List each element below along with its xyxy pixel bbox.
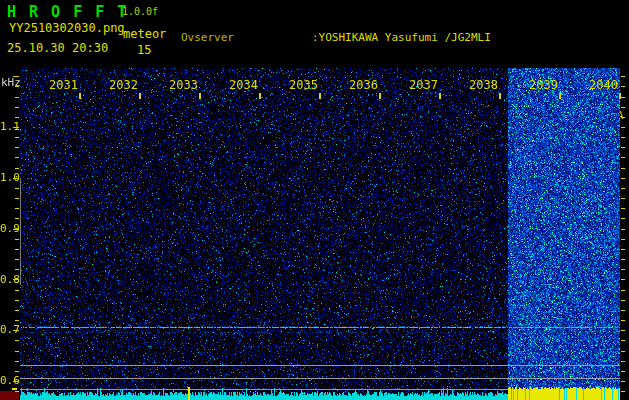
axis-tick [13,127,19,128]
axis-tick [621,208,625,209]
axis-tick [621,127,625,128]
axis-tick [15,290,19,291]
axis-tick [619,93,621,99]
axis-tick [199,93,201,99]
axis-tick [621,86,625,87]
output-filename: YY2510302030.png [9,21,125,35]
axis-tick [621,188,625,189]
axis-tick [621,259,625,260]
axis-tick [499,93,501,99]
axis-tick [621,300,625,301]
axis-tick [15,239,19,240]
axis-tick [559,93,561,99]
axis-tick [15,391,19,392]
freq-axis-label: 0.8 [0,274,14,285]
freq-axis-label: 0.7 [0,324,14,335]
axis-tick [621,371,625,372]
axis-tick [15,351,19,352]
spectrogram-canvas [20,68,620,400]
axis-tick [621,310,625,311]
axis-tick [621,330,625,331]
axis-tick [15,259,19,260]
freq-axis-label: 0.6 [0,375,14,386]
axis-tick [79,93,81,99]
axis-tick [13,330,19,331]
time-axis-label: 2040 [574,79,618,91]
app-title: H R O F F T [7,3,128,21]
axis-tick [13,381,19,382]
level-graph-left-tick [12,388,17,390]
observation-datetime: 25.10.30 20:30 [7,41,108,55]
axis-tick [621,391,625,392]
axis-tick [15,168,19,169]
freq-axis-label: 0.9 [0,223,14,234]
time-axis-label: 2033 [154,79,198,91]
axis-tick [621,290,625,291]
axis-tick [15,198,19,199]
info-row-observer: Ovserver :YOSHIKAWA Yasufumi /JG2MLI [181,31,623,44]
freq-axis-label: 1.1 [0,121,14,132]
axis-tick [259,93,261,99]
time-axis-label: 2039 [514,79,558,91]
mode-label: meteor [123,27,166,41]
echo-count: 15 [137,43,151,57]
axis-tick [379,93,381,99]
axis-tick [15,320,19,321]
time-axis-label: 2038 [454,79,498,91]
axis-tick [15,300,19,301]
info-label: Ovserver [181,31,312,44]
axis-tick [621,137,625,138]
axis-tick [621,218,625,219]
time-axis-label: 2032 [94,79,138,91]
axis-tick [13,279,19,280]
axis-tick [15,117,19,118]
hrofft-window: H R O F F T 1.0.0f YY2510302030.png mete… [0,0,629,400]
axis-tick [439,93,441,99]
axis-tick [15,188,19,189]
app-version: 1.0.0f [122,6,158,17]
axis-tick [621,107,625,108]
axis-tick [15,157,19,158]
axis-tick [621,269,625,270]
time-axis-label: 2035 [274,79,318,91]
time-axis-label: 2034 [214,79,258,91]
axis-tick [15,208,19,209]
axis-tick [621,279,625,280]
axis-tick [15,340,19,341]
axis-tick [15,147,19,148]
axis-tick [15,107,19,108]
axis-tick [621,249,625,250]
axis-tick [621,76,625,77]
axis-tick [13,178,19,179]
axis-tick [621,117,625,118]
axis-tick [15,310,19,311]
axis-tick [139,93,141,99]
axis-tick [621,147,625,148]
time-axis-label: 2037 [394,79,438,91]
axis-tick [621,320,625,321]
axis-tick [621,381,625,382]
info-value: :YOSHIKAWA Yasufumi /JG2MLI [312,31,491,44]
time-axis-label: 2036 [334,79,378,91]
freq-axis-label: 1.0 [0,172,14,183]
axis-tick [621,351,625,352]
axis-tick [15,371,19,372]
axis-tick [15,269,19,270]
axis-tick [15,218,19,219]
axis-tick [15,361,19,362]
axis-tick [319,93,321,99]
axis-tick [621,198,625,199]
axis-tick [621,168,625,169]
axis-tick [621,361,625,362]
axis-tick [15,86,19,87]
level-graph-baseline-block [0,391,19,400]
axis-tick [621,340,625,341]
axis-tick [13,76,19,77]
axis-tick [621,157,625,158]
axis-tick [621,178,625,179]
axis-tick [13,229,19,230]
freq-axis-unit-label: kHz [1,76,21,89]
axis-tick [621,239,625,240]
axis-tick [15,249,19,250]
axis-tick [621,97,625,98]
